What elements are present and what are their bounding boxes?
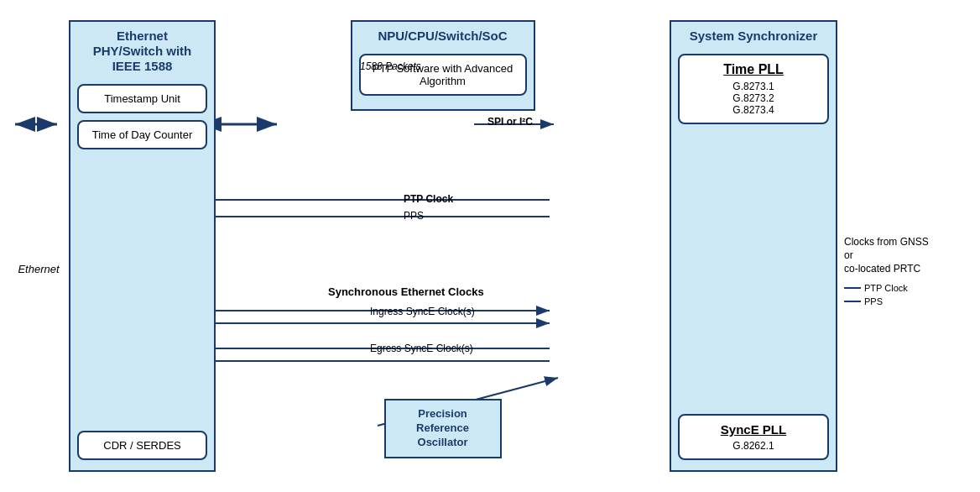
ethernet-label: Ethernet bbox=[18, 263, 59, 275]
time-pll-box: Time PLL G.8273.1 G.8273.2 G.8273.4 bbox=[678, 54, 829, 124]
cdr-serdes-label: CDR / SERDES bbox=[103, 439, 180, 452]
synce-pll-standard: G.8262.1 bbox=[685, 440, 822, 452]
sync-eth-title: Synchronous Ethernet Clocks bbox=[328, 285, 484, 298]
pps-external-row: PPS bbox=[844, 296, 883, 306]
egress-label: Egress SyncE Clock(s) bbox=[370, 343, 473, 354]
colocated-label: co-located PRTC bbox=[844, 263, 920, 275]
timestamp-unit-box: Timestamp Unit bbox=[77, 84, 207, 113]
cdr-serdes-box: CDR / SERDES bbox=[77, 431, 207, 460]
ptp-clock-external-label: PTP Clock bbox=[864, 283, 908, 293]
right-panel-title: System Synchronizer bbox=[685, 22, 823, 47]
ingress-label: Ingress SyncE Clock(s) bbox=[370, 306, 475, 317]
ptp-clock-external-row: PTP Clock bbox=[844, 283, 908, 293]
right-panel: System Synchronizer Time PLL G.8273.1 G.… bbox=[670, 20, 837, 472]
spi-label: SPI or I²C bbox=[487, 116, 533, 128]
time-pll-label: Time PLL bbox=[685, 62, 822, 77]
ptp-clock-arrow-label: PTP Clock bbox=[404, 193, 453, 205]
ethernet-label-area: Ethernet bbox=[8, 8, 69, 484]
timestamp-unit-label: Timestamp Unit bbox=[104, 92, 180, 105]
left-panel-title: Ethernet PHY/Switch with IEEE 1588 bbox=[77, 22, 207, 77]
pps-arrow-label: PPS bbox=[404, 210, 424, 222]
time-pll-standard-2: G.8273.2 bbox=[685, 92, 822, 104]
tod-counter-label: Time of Day Counter bbox=[92, 128, 192, 141]
center-area: NPU/CPU/Switch/SoC PTP Software with Adv… bbox=[219, 8, 666, 484]
left-panel: Ethernet PHY/Switch with IEEE 1588 Times… bbox=[69, 20, 216, 472]
tod-counter-box: Time of Day Counter bbox=[77, 120, 207, 149]
synce-pll-box: SyncE PLL G.8262.1 bbox=[678, 414, 829, 460]
clocks-from-gnss-label: Clocks from GNSS bbox=[844, 236, 929, 248]
middle-panel-title: NPU/CPU/Switch/SoC bbox=[373, 22, 512, 47]
time-pll-standard-1: G.8273.1 bbox=[685, 81, 822, 92]
synce-pll-label: SyncE PLL bbox=[685, 422, 822, 437]
oscillator-box: Precision Reference Oscillator bbox=[384, 399, 502, 458]
pps-external-label: PPS bbox=[864, 296, 883, 306]
right-external-area: Clocks from GNSS or co-located PRTC PTP … bbox=[837, 8, 972, 484]
packets-label: 1588 Packets bbox=[360, 60, 421, 72]
oscillator-label: Precision Reference Oscillator bbox=[416, 407, 469, 448]
or-label: or bbox=[844, 249, 853, 261]
time-pll-standard-3: G.8273.4 bbox=[685, 104, 822, 116]
diagram-container: Ethernet Ethernet PHY/Switch with IEEE 1… bbox=[0, 0, 980, 492]
